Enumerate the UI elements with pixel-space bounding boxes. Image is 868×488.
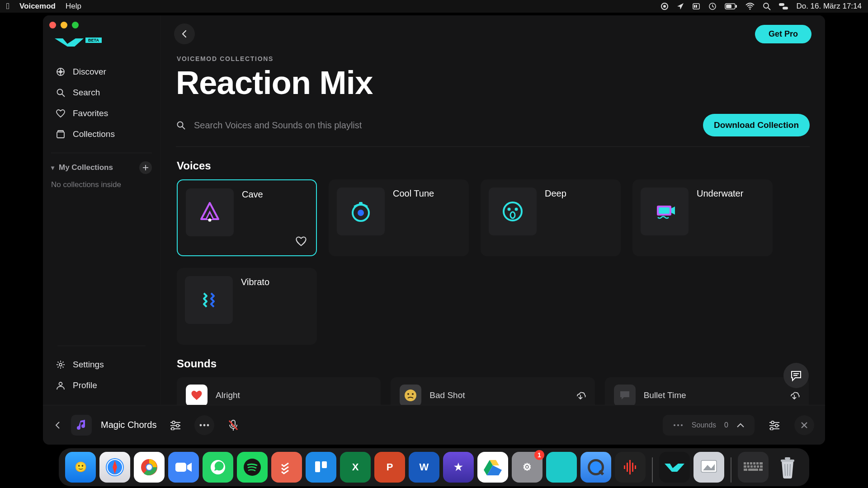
svg-point-56 [681, 424, 683, 426]
dock-app-teal[interactable] [546, 452, 577, 483]
mic-mute-icon[interactable] [223, 415, 243, 435]
svg-rect-108 [757, 465, 759, 468]
sidebar-item-settings[interactable]: Settings [49, 354, 154, 375]
dock-spotify[interactable] [237, 452, 268, 483]
my-collections-empty-text: No collections inside [51, 180, 152, 189]
menubar-wifi-icon[interactable] [745, 3, 755, 10]
menubar-clock-icon[interactable] [708, 2, 717, 10]
svg-rect-92 [632, 463, 633, 472]
svg-point-9 [750, 8, 751, 9]
search-input[interactable] [194, 120, 695, 131]
dock-audio-app[interactable] [615, 452, 646, 483]
sidebar-item-label: Settings [73, 360, 104, 370]
sidebar-item-collections[interactable]: Collections [49, 124, 154, 145]
dock-settings-badge: 1 [534, 450, 544, 460]
dock-voicemod[interactable] [659, 452, 690, 483]
dock-trello[interactable] [306, 452, 336, 483]
dock-powerpoint[interactable]: P [374, 452, 405, 483]
voice-card-underwater[interactable]: Underwater [632, 179, 773, 256]
sounds-pill-count: 0 [724, 421, 728, 429]
sidebar-item-search[interactable]: Search [49, 82, 154, 103]
menubar-search-icon[interactable] [763, 2, 771, 10]
dock-system-settings[interactable]: ⚙︎1 [512, 452, 542, 483]
sounds-panel-toggle[interactable]: Sounds 0 [663, 415, 755, 436]
sidebar-item-favorites[interactable]: Favorites [49, 103, 154, 124]
svg-rect-21 [57, 132, 64, 138]
menubar-datetime[interactable]: Do. 16. März 17:14 [796, 2, 862, 11]
svg-line-115 [785, 464, 785, 476]
svg-point-50 [207, 424, 209, 426]
download-sound-icon[interactable] [575, 390, 586, 401]
deep-icon [500, 198, 526, 225]
sidebar-item-label: Collections [73, 129, 115, 139]
more-icon[interactable] [194, 415, 214, 435]
bottombar-back-icon[interactable] [54, 421, 62, 429]
dock-quicktime[interactable] [580, 452, 611, 483]
window-minimize-button[interactable] [61, 22, 67, 28]
add-collection-button[interactable] [139, 161, 152, 174]
dock-safari[interactable] [99, 452, 130, 483]
sliders-icon[interactable] [764, 415, 784, 435]
menubar-help[interactable]: Help [66, 2, 81, 11]
sidebar-item-discover[interactable]: Discover [49, 61, 154, 82]
svg-point-39 [405, 389, 416, 401]
window-zoom-button[interactable] [72, 22, 79, 28]
voice-card-deep[interactable]: Deep [481, 179, 621, 256]
svg-point-31 [358, 210, 364, 216]
my-collections-label[interactable]: My Collections [59, 163, 113, 172]
voice-thumb [186, 188, 234, 236]
get-pro-button[interactable]: Get Pro [755, 25, 811, 43]
svg-point-41 [412, 393, 414, 395]
menubar-control-center-icon[interactable] [779, 3, 788, 9]
voice-card-cool-tune[interactable]: Cool Tune [329, 179, 469, 256]
menubar-app-icon[interactable] [692, 2, 700, 10]
dock-trash[interactable] [772, 452, 803, 483]
svg-rect-38 [659, 207, 670, 214]
chevron-down-icon[interactable]: ▾ [51, 164, 54, 171]
dock-zoom[interactable] [168, 452, 199, 483]
svg-rect-22 [58, 131, 63, 132]
sliders-icon[interactable] [165, 415, 185, 435]
back-button[interactable] [174, 23, 195, 44]
menubar-location-icon[interactable] [677, 3, 684, 10]
sound-card-bad-shot[interactable]: Bad Shot [391, 377, 594, 405]
dock-todoist[interactable] [271, 452, 302, 483]
sound-card-bullet-time[interactable]: Bullet Time [605, 377, 809, 405]
chat-button[interactable] [783, 363, 809, 388]
music-note-icon [75, 419, 88, 432]
menubar-app-name[interactable]: Voicemod [19, 2, 56, 11]
close-panel-button[interactable] [794, 415, 814, 435]
svg-rect-90 [627, 463, 628, 472]
dock-excel[interactable]: X [340, 452, 371, 483]
dock-google-drive[interactable] [477, 452, 508, 483]
voice-card-vibrato[interactable]: Vibrato [177, 268, 317, 345]
svg-rect-80 [315, 461, 320, 472]
dock-word[interactable]: W [409, 452, 439, 483]
svg-point-60 [775, 424, 778, 427]
sound-card-alright[interactable]: Alright [177, 377, 381, 405]
heart-icon [190, 389, 203, 402]
menubar-battery-icon[interactable] [725, 3, 737, 9]
dock-whatsapp[interactable] [203, 452, 233, 483]
download-collection-button[interactable]: Download Collection [703, 114, 810, 136]
search-icon [176, 120, 186, 130]
dock-finder[interactable]: 🙂 [65, 452, 96, 483]
dock-imovie[interactable]: ★ [443, 452, 474, 483]
dots-icon [673, 423, 684, 427]
apple-menu-icon[interactable]:  [6, 1, 9, 11]
download-sound-icon[interactable] [789, 390, 800, 401]
sound-name: Alright [216, 390, 240, 400]
chevron-up-icon [736, 422, 745, 428]
dock-chrome[interactable] [134, 452, 165, 483]
voice-card-cave[interactable]: Cave [177, 179, 317, 256]
favorite-icon[interactable] [295, 235, 307, 247]
window-close-button[interactable] [49, 22, 56, 28]
svg-point-25 [59, 363, 62, 366]
sidebar-item-profile[interactable]: Profile [49, 375, 154, 396]
menubar-record-icon[interactable] [660, 2, 669, 10]
dock-preview[interactable] [693, 452, 724, 483]
dock-separator [652, 457, 653, 483]
dock-keyboard-folder[interactable] [738, 452, 769, 483]
svg-point-48 [200, 424, 202, 426]
svg-point-86 [552, 458, 571, 477]
